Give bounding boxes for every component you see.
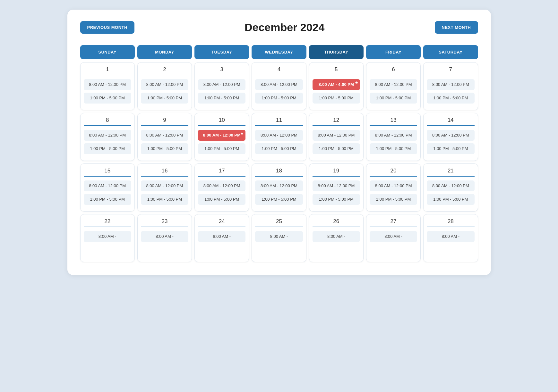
day-header-monday: MONDAY (137, 45, 192, 59)
day-number-28: 28 (427, 218, 474, 227)
time-slot-18-1[interactable]: 1:00 PM - 5:00 PM (255, 194, 303, 205)
time-slot-23-0[interactable]: 8:00 AM - (141, 231, 188, 242)
time-slot-20-1[interactable]: 1:00 PM - 5:00 PM (370, 194, 417, 205)
day-number-10: 10 (198, 117, 245, 126)
time-slot-12-0[interactable]: 8:00 AM - 12:00 PM (313, 130, 360, 141)
day-cell-9: 98:00 AM - 12:00 PM1:00 PM - 5:00 PM (137, 113, 192, 161)
time-slot-15-1[interactable]: 1:00 PM - 5:00 PM (84, 194, 131, 205)
day-number-12: 12 (313, 117, 360, 126)
time-slot-9-0[interactable]: 8:00 AM - 12:00 PM (141, 130, 188, 141)
day-cell-4: 48:00 AM - 12:00 PM1:00 PM - 5:00 PM (252, 62, 306, 110)
day-cell-12: 128:00 AM - 12:00 PM1:00 PM - 5:00 PM (309, 113, 364, 161)
day-number-25: 25 (255, 218, 303, 227)
time-slot-26-0[interactable]: 8:00 AM - (313, 231, 360, 242)
day-cell-14: 148:00 AM - 12:00 PM1:00 PM - 5:00 PM (423, 113, 478, 161)
calendar-container: PREVIOUS MONTH December 2024 NEXT MONTH … (67, 10, 491, 275)
day-cell-1: 18:00 AM - 12:00 PM1:00 PM - 5:00 PM (80, 62, 135, 110)
time-slot-7-0[interactable]: 8:00 AM - 12:00 PM (427, 79, 474, 90)
time-slot-18-0[interactable]: 8:00 AM - 12:00 PM (255, 180, 303, 191)
day-number-15: 15 (84, 168, 131, 177)
day-cell-11: 118:00 AM - 12:00 PM1:00 PM - 5:00 PM (252, 113, 306, 161)
time-slot-6-1[interactable]: 1:00 PM - 5:00 PM (370, 93, 417, 104)
time-slot-3-1[interactable]: 1:00 PM - 5:00 PM (198, 93, 245, 104)
time-slot-19-1[interactable]: 1:00 PM - 5:00 PM (313, 194, 360, 205)
day-number-11: 11 (255, 117, 303, 126)
time-slot-20-0[interactable]: 8:00 AM - 12:00 PM (370, 180, 417, 191)
time-slot-17-1[interactable]: 1:00 PM - 5:00 PM (198, 194, 245, 205)
time-slot-21-0[interactable]: 8:00 AM - 12:00 PM (427, 180, 474, 191)
time-slot-13-0[interactable]: 8:00 AM - 12:00 PM (370, 130, 417, 141)
day-cell-27: 278:00 AM - (366, 214, 421, 262)
time-slot-21-1[interactable]: 1:00 PM - 5:00 PM (427, 194, 474, 205)
time-slot-28-0[interactable]: 8:00 AM - (427, 231, 474, 242)
day-header-thursday: THURSDAY (309, 45, 364, 59)
day-number-20: 20 (370, 168, 417, 177)
calendar-grid: 18:00 AM - 12:00 PM1:00 PM - 5:00 PM28:0… (80, 62, 478, 262)
time-slot-27-0[interactable]: 8:00 AM - (370, 231, 417, 242)
time-slot-25-0[interactable]: 8:00 AM - (255, 231, 303, 242)
time-slot-9-1[interactable]: 1:00 PM - 5:00 PM (141, 143, 188, 154)
time-slot-3-0[interactable]: 8:00 AM - 12:00 PM (198, 79, 245, 90)
day-number-19: 19 (313, 168, 360, 177)
month-title: December 2024 (245, 21, 325, 34)
day-number-8: 8 (84, 117, 131, 126)
day-number-5: 5 (313, 66, 360, 75)
day-number-2: 2 (141, 66, 188, 75)
day-number-26: 26 (313, 218, 360, 227)
day-number-16: 16 (141, 168, 188, 177)
time-slot-24-0[interactable]: 8:00 AM - (198, 231, 245, 242)
day-header-sunday: SUNDAY (80, 45, 135, 59)
day-number-27: 27 (370, 218, 417, 227)
day-number-21: 21 (427, 168, 474, 177)
day-cell-7: 78:00 AM - 12:00 PM1:00 PM - 5:00 PM (423, 62, 478, 110)
time-slot-22-0[interactable]: 8:00 AM - (84, 231, 131, 242)
day-number-13: 13 (370, 117, 417, 126)
day-cell-26: 268:00 AM - (309, 214, 364, 262)
time-slot-14-1[interactable]: 1:00 PM - 5:00 PM (427, 143, 474, 154)
time-slot-8-0[interactable]: 8:00 AM - 12:00 PM (84, 130, 131, 141)
time-slot-11-0[interactable]: 8:00 AM - 12:00 PM (255, 130, 303, 141)
day-cell-20: 208:00 AM - 12:00 PM1:00 PM - 5:00 PM (366, 163, 421, 212)
time-slot-1-1[interactable]: 1:00 PM - 5:00 PM (84, 93, 131, 104)
time-slot-5-0[interactable]: 8:00 AM - 4:00 PM (313, 79, 360, 90)
day-number-23: 23 (141, 218, 188, 227)
time-slot-7-1[interactable]: 1:00 PM - 5:00 PM (427, 93, 474, 104)
time-slot-14-0[interactable]: 8:00 AM - 12:00 PM (427, 130, 474, 141)
day-cell-8: 88:00 AM - 12:00 PM1:00 PM - 5:00 PM (80, 113, 135, 161)
time-slot-2-1[interactable]: 1:00 PM - 5:00 PM (141, 93, 188, 104)
time-slot-19-0[interactable]: 8:00 AM - 12:00 PM (313, 180, 360, 191)
time-slot-16-0[interactable]: 8:00 AM - 12:00 PM (141, 180, 188, 191)
time-slot-10-1[interactable]: 1:00 PM - 5:00 PM (198, 143, 245, 154)
day-cell-16: 168:00 AM - 12:00 PM1:00 PM - 5:00 PM (137, 163, 192, 212)
day-cell-23: 238:00 AM - (137, 214, 192, 262)
time-slot-2-0[interactable]: 8:00 AM - 12:00 PM (141, 79, 188, 90)
time-slot-1-0[interactable]: 8:00 AM - 12:00 PM (84, 79, 131, 90)
day-cell-25: 258:00 AM - (252, 214, 306, 262)
day-cell-3: 38:00 AM - 12:00 PM1:00 PM - 5:00 PM (194, 62, 249, 110)
time-slot-8-1[interactable]: 1:00 PM - 5:00 PM (84, 143, 131, 154)
time-slot-15-0[interactable]: 8:00 AM - 12:00 PM (84, 180, 131, 191)
time-slot-17-0[interactable]: 8:00 AM - 12:00 PM (198, 180, 245, 191)
time-slot-13-1[interactable]: 1:00 PM - 5:00 PM (370, 143, 417, 154)
day-header-friday: FRIDAY (366, 45, 421, 59)
time-slot-6-0[interactable]: 8:00 AM - 12:00 PM (370, 79, 417, 90)
day-cell-19: 198:00 AM - 12:00 PM1:00 PM - 5:00 PM (309, 163, 364, 212)
day-cell-13: 138:00 AM - 12:00 PM1:00 PM - 5:00 PM (366, 113, 421, 161)
day-number-7: 7 (427, 66, 474, 75)
day-number-1: 1 (84, 66, 131, 75)
next-month-button[interactable]: NEXT MONTH (435, 21, 478, 34)
time-slot-10-0[interactable]: 8:00 AM - 12:00 PM (198, 130, 245, 141)
day-cell-28: 288:00 AM - (423, 214, 478, 262)
time-slot-12-1[interactable]: 1:00 PM - 5:00 PM (313, 143, 360, 154)
time-slot-4-0[interactable]: 8:00 AM - 12:00 PM (255, 79, 303, 90)
day-cell-2: 28:00 AM - 12:00 PM1:00 PM - 5:00 PM (137, 62, 192, 110)
prev-month-button[interactable]: PREVIOUS MONTH (80, 21, 134, 34)
day-number-24: 24 (198, 218, 245, 227)
day-cell-21: 218:00 AM - 12:00 PM1:00 PM - 5:00 PM (423, 163, 478, 212)
time-slot-11-1[interactable]: 1:00 PM - 5:00 PM (255, 143, 303, 154)
time-slot-4-1[interactable]: 1:00 PM - 5:00 PM (255, 93, 303, 104)
day-header-wednesday: WEDNESDAY (252, 45, 306, 59)
day-cell-10: 108:00 AM - 12:00 PM1:00 PM - 5:00 PM (194, 113, 249, 161)
time-slot-16-1[interactable]: 1:00 PM - 5:00 PM (141, 194, 188, 205)
time-slot-5-1[interactable]: 1:00 PM - 5:00 PM (313, 93, 360, 104)
